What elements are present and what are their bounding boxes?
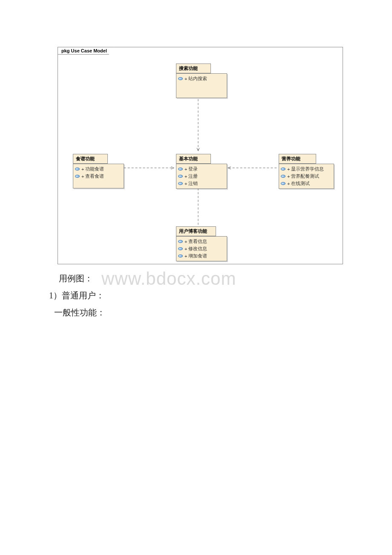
package-title: 用户博客功能 [176, 226, 216, 236]
use-case-icon [178, 77, 183, 80]
use-case-icon [75, 175, 80, 178]
package-basic: 基本功能 +登录 +注册 +注销 [176, 154, 227, 189]
use-case-icon [178, 168, 183, 171]
use-case-item: +显示营养学信息 [281, 165, 332, 173]
use-case-item: +修改信息 [178, 245, 225, 252]
use-case-item: +增加食谱 [178, 252, 225, 260]
package-title: 搜索功能 [176, 64, 211, 73]
use-case-icon [281, 168, 285, 171]
use-case-item: +功能食谱 [75, 165, 122, 173]
package-recipe: 食谱功能 +功能食谱 +查看食谱 [73, 154, 124, 188]
package-body: +显示营养学信息 +营养配餐测试 +在线测试 [279, 164, 334, 189]
list-item-general-func: 一般性功能： [54, 307, 105, 318]
use-case-item: +查看食谱 [75, 173, 122, 180]
package-body: +查看信息 +修改信息 +增加食谱 [176, 236, 227, 261]
use-case-item: +查看信息 [178, 238, 225, 245]
use-case-icon [178, 247, 183, 250]
package-body: +功能食谱 +查看食谱 [73, 164, 124, 188]
package-body: +登录 +注册 +注销 [176, 164, 227, 189]
package-title: 食谱功能 [73, 154, 108, 164]
use-case-item: +注销 [178, 180, 225, 187]
use-case-icon [178, 254, 183, 257]
use-case-item: +登录 [178, 165, 225, 173]
caption-use-case: 用例图： [59, 273, 93, 284]
use-case-item: +在线测试 [281, 180, 332, 187]
use-case-icon [75, 168, 80, 171]
use-case-icon [281, 182, 285, 185]
use-case-item: +站内搜索 [178, 75, 225, 82]
use-case-icon [178, 240, 183, 243]
package-body: +站内搜索 [176, 73, 227, 98]
use-case-icon [281, 175, 285, 178]
package-blog: 用户博客功能 +查看信息 +修改信息 +增加食谱 [176, 226, 227, 261]
package-title: 基本功能 [176, 154, 211, 164]
use-case-item: +注册 [178, 173, 225, 180]
use-case-item: +营养配餐测试 [281, 173, 332, 180]
use-case-icon [178, 182, 183, 185]
use-case-icon [178, 175, 183, 178]
list-item-user-type: 1）普通用户： [49, 290, 104, 301]
package-nutrition: 营养功能 +显示营养学信息 +营养配餐测试 +在线测试 [279, 154, 334, 189]
watermark-text: www.bdocx.com [101, 269, 236, 289]
package-title: 营养功能 [279, 154, 316, 164]
package-search: 搜索功能 +站内搜索 [176, 64, 227, 98]
frame-label: pkg Use Case Model [58, 47, 113, 55]
use-case-diagram-frame: pkg Use Case Model 搜索功能 +站内搜索 食谱功能 +功能食谱… [58, 47, 343, 264]
